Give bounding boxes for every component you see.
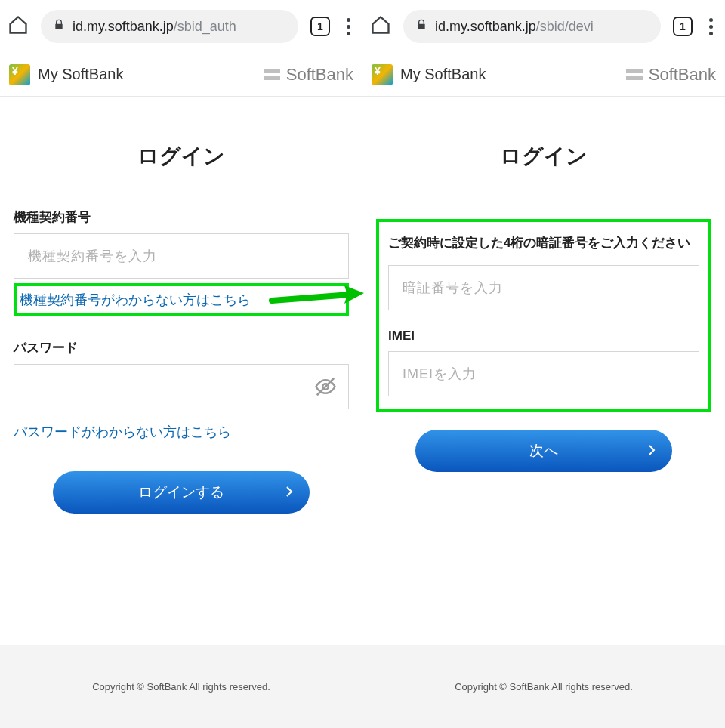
logo-text: My SoftBank xyxy=(38,66,123,83)
brand: SoftBank xyxy=(626,65,716,85)
page-title: ログイン xyxy=(376,142,711,171)
login-button[interactable]: ログインする xyxy=(53,471,310,514)
brand-bars-icon xyxy=(626,69,643,80)
menu-icon[interactable] xyxy=(342,18,355,35)
password-label: パスワード xyxy=(14,339,349,356)
brand: SoftBank xyxy=(264,65,353,85)
url-text: id.my.softbank.jp/sbid_auth xyxy=(72,19,236,35)
contract-label: 機種契約番号 xyxy=(14,208,349,226)
brand-bars-icon xyxy=(264,69,280,80)
url-bar[interactable]: id.my.softbank.jp/sbid_auth xyxy=(41,10,298,43)
content-right: ログイン ご契約時に設定した4桁の暗証番号をご入力ください IMEI 次へ xyxy=(362,97,725,645)
screen-left: id.my.softbank.jp/sbid_auth 1 My SoftBan… xyxy=(0,0,362,728)
content-left: ログイン 機種契約番号 機種契約番号がわからない方はこちら パスワード パスワー… xyxy=(0,97,362,645)
next-button[interactable]: 次へ xyxy=(415,430,672,472)
next-button-label: 次へ xyxy=(529,441,558,461)
logo-icon xyxy=(372,64,393,85)
tab-count[interactable]: 1 xyxy=(310,17,330,36)
app-header: My SoftBank SoftBank xyxy=(362,53,725,97)
app-header: My SoftBank SoftBank xyxy=(0,53,362,97)
pin-label: ご契約時に設定した4桁の暗証番号をご入力ください xyxy=(388,233,699,253)
lock-icon xyxy=(53,19,65,34)
lock-icon xyxy=(415,19,427,34)
pin-input[interactable] xyxy=(388,265,699,310)
chevron-right-icon xyxy=(285,484,293,501)
login-button-label: ログインする xyxy=(138,483,224,502)
password-help-link[interactable]: パスワードがわからない方はこちら xyxy=(14,423,349,441)
footer: Copyright © SoftBank All rights reserved… xyxy=(362,645,725,728)
brand-text: SoftBank xyxy=(649,65,716,85)
screen-right: id.my.softbank.jp/sbid/devi 1 My SoftBan… xyxy=(362,0,725,728)
menu-icon[interactable] xyxy=(705,18,717,35)
chevron-right-icon xyxy=(648,443,656,459)
logo[interactable]: My SoftBank xyxy=(372,64,486,85)
contract-help-link[interactable]: 機種契約番号がわからない方はこちら xyxy=(14,283,349,316)
imei-label: IMEI xyxy=(388,329,699,344)
logo[interactable]: My SoftBank xyxy=(9,64,123,85)
page-title: ログイン xyxy=(14,142,349,171)
contract-input[interactable] xyxy=(14,233,349,279)
logo-icon xyxy=(9,64,30,85)
tab-count[interactable]: 1 xyxy=(673,17,693,36)
eye-off-icon[interactable] xyxy=(311,372,340,401)
browser-chrome: id.my.softbank.jp/sbid_auth 1 xyxy=(0,0,362,53)
footer: Copyright © SoftBank All rights reserved… xyxy=(0,645,362,728)
url-bar[interactable]: id.my.softbank.jp/sbid/devi xyxy=(403,10,661,43)
password-input[interactable] xyxy=(14,364,349,409)
home-icon[interactable] xyxy=(370,14,391,39)
brand-text: SoftBank xyxy=(286,65,353,85)
logo-text: My SoftBank xyxy=(400,66,486,83)
url-text: id.my.softbank.jp/sbid/devi xyxy=(435,19,594,35)
browser-chrome: id.my.softbank.jp/sbid/devi 1 xyxy=(362,0,725,53)
imei-input[interactable] xyxy=(388,351,699,396)
home-icon[interactable] xyxy=(8,14,29,39)
highlighted-form-block: ご契約時に設定した4桁の暗証番号をご入力ください IMEI xyxy=(376,219,711,412)
